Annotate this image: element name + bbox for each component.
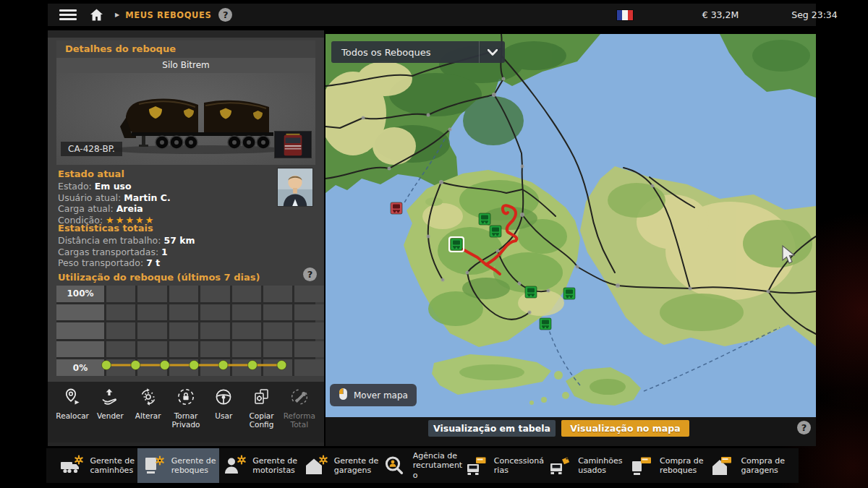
nav-gerente-de-garagens[interactable]: Gerente degaragens	[300, 448, 381, 483]
usage-chart-grid: 100%0%	[56, 286, 315, 376]
trailer-marker[interactable]	[525, 286, 537, 298]
table-view-button[interactable]: Visualização em tabela	[428, 420, 556, 437]
weight-value: 7 t	[146, 257, 160, 268]
action-tornar-privado[interactable]: Tornar Privado	[167, 388, 205, 429]
chevron-down-icon[interactable]	[479, 41, 505, 63]
overhaul-icon	[281, 388, 318, 409]
chart-cell	[137, 304, 166, 321]
chart-cell	[263, 322, 292, 339]
action-alterar[interactable]: Alterar	[129, 388, 167, 420]
chart-cell	[106, 341, 135, 358]
menu-icon[interactable]	[59, 7, 77, 22]
chart-ylabel-cell: 100%	[56, 286, 104, 302]
nav-gerente-de-reboques[interactable]: Gerente dereboques	[137, 448, 218, 483]
nav-ag-ncia-de-recrutament-o[interactable]: Agência derecrutamento	[382, 448, 463, 483]
trailer-marker-selected[interactable]	[449, 237, 464, 252]
chart-cell	[200, 341, 229, 358]
lock-icon	[167, 388, 205, 409]
weight-label: Peso transportado:	[58, 257, 143, 268]
chart-cell	[232, 304, 261, 321]
action-label: Tornar Privado	[167, 411, 205, 429]
stats-section: Estatísticas totais Distância em trabalh…	[58, 223, 195, 269]
chart-cell	[294, 286, 323, 302]
status-section: Estado atual Estado: Em uso Usuário atua…	[58, 168, 171, 226]
help-icon[interactable]: ?	[218, 8, 232, 22]
nav-concession-rias[interactable]: Concessionárias	[463, 448, 544, 483]
map-help-icon[interactable]: ?	[797, 421, 811, 435]
chart-cell	[232, 341, 261, 358]
nav-label: Compra degaragens	[741, 456, 785, 475]
trailer-purchase-icon	[629, 455, 654, 476]
chart-cell	[294, 341, 323, 358]
user-label: Usuário atual:	[58, 192, 121, 203]
chart-ylabel-cell	[56, 341, 104, 358]
chart-cell	[169, 341, 198, 358]
action-usar[interactable]: Usar	[205, 388, 242, 420]
cargo-value: Areia	[116, 203, 143, 214]
action-realocar[interactable]: Realocar	[54, 388, 91, 420]
nav-gerente-de-caminh-es[interactable]: Gerente decaminhões	[56, 448, 137, 483]
france-flag-icon	[616, 9, 634, 21]
trailer-name: Silo Bitrem	[56, 58, 315, 73]
trailer-filter-dropdown[interactable]: Todos os Reboques	[331, 41, 505, 63]
chart-cell	[137, 322, 166, 339]
game-screen: ▶ MEUS REBOQUES ? € 33,2M Seg 23:34 Deta…	[0, 0, 868, 488]
driver-portrait[interactable]	[277, 168, 313, 207]
nav-label: Compra dereboques	[660, 456, 704, 475]
steering-wheel-icon	[205, 388, 242, 409]
chart-cell	[137, 286, 166, 302]
nav-compra-de-reboques[interactable]: Compra dereboques	[626, 448, 707, 483]
stats-title: Estatísticas totais	[58, 223, 195, 234]
chart-cell	[169, 304, 198, 321]
recruitment-icon	[383, 455, 407, 476]
nav-label: Gerente decaminhões	[90, 456, 135, 475]
management-nav-bar: Gerente decaminhões Gerente dereboques G…	[46, 448, 799, 483]
nav-label: Caminhõesusados	[578, 456, 622, 475]
dealership-icon	[464, 455, 488, 476]
garage-purchase-icon	[710, 455, 735, 476]
nav-label: Gerente degaragens	[334, 456, 379, 475]
nav-caminh-es-usados[interactable]: Caminhõesusados	[545, 448, 626, 483]
nav-label: Gerente dereboques	[171, 456, 216, 475]
world-map[interactable]: Todos os Reboques Mover mapa	[326, 34, 816, 417]
trailer-manager-icon	[141, 455, 166, 476]
chart-cell	[169, 286, 198, 302]
chart-cell	[294, 322, 323, 339]
trailer-marker[interactable]	[391, 202, 402, 214]
top-bar: ▶ MEUS REBOQUES ? € 33,2M Seg 23:34	[48, 4, 816, 26]
home-icon[interactable]	[90, 9, 103, 21]
trailer-marker[interactable]	[490, 226, 501, 237]
user-value: Martin C.	[124, 192, 170, 203]
chart-cell	[263, 341, 292, 358]
trailer-marker[interactable]	[563, 288, 575, 299]
trailer-marker[interactable]	[540, 318, 551, 330]
breadcrumb: MEUS REBOQUES	[125, 10, 211, 20]
chart-cell	[106, 359, 135, 376]
cargo-label: Carga atual:	[58, 203, 114, 214]
truck-manager-icon	[59, 455, 84, 476]
trailer-marker[interactable]	[479, 213, 490, 225]
attached-truck-thumbnail[interactable]	[274, 131, 312, 158]
copy-config-icon	[243, 388, 281, 409]
move-map-hint: Mover mapa	[330, 384, 417, 406]
usage-chart: 100%0%	[56, 286, 315, 376]
chart-cell	[200, 359, 229, 376]
relocate-pin-icon	[54, 388, 91, 409]
distance-value: 57 km	[163, 235, 195, 246]
chart-cell	[232, 322, 261, 339]
trailer-filter-value: Todos os Reboques	[331, 47, 479, 58]
action-vender[interactable]: Vender	[91, 388, 129, 420]
chart-cell	[106, 322, 135, 339]
chart-cell	[200, 322, 229, 339]
chart-cell	[263, 304, 292, 321]
garage-manager-icon	[304, 455, 328, 476]
trailer-image: CA-428-BP.	[56, 73, 315, 165]
usage-help-icon[interactable]: ?	[303, 267, 317, 281]
nav-gerente-de-motoristas[interactable]: Gerente demotoristas	[219, 448, 300, 483]
usage-chart-title: Utilização do reboque (últimos 7 dias)	[58, 272, 260, 283]
chart-cell	[137, 341, 166, 358]
map-view-button[interactable]: Visualização no mapa	[561, 420, 689, 437]
action-copiar-config[interactable]: Copiar Config	[243, 388, 281, 429]
nav-compra-de-garagens[interactable]: Compra degaragens	[707, 448, 788, 483]
loads-label: Cargas transportadas:	[58, 247, 158, 257]
